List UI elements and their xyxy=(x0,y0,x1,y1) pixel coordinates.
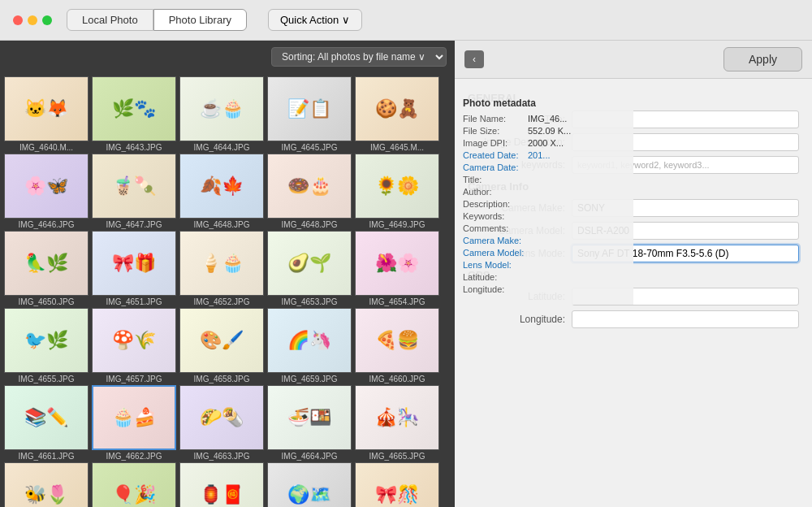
meta-filename-row: File Name: IMG_46... xyxy=(463,114,625,124)
photo-thumb: 🌻🌼 xyxy=(355,154,439,219)
photo-thumb-inner: 🎪🎠 xyxy=(356,386,438,449)
longitude-row: Longitude: xyxy=(468,310,799,328)
photo-cell[interactable]: 🏮🧧IMG_4670.JPG xyxy=(179,462,265,507)
minimize-button[interactable] xyxy=(28,15,37,25)
photo-label: IMG_4653.JPG xyxy=(266,297,352,306)
quick-action-button[interactable]: Quick Action ∨ xyxy=(268,9,362,31)
sort-select[interactable]: Sorting: All photos by file name ∨ xyxy=(271,47,447,67)
photo-thumb-inner: 🌮🌯 xyxy=(180,386,263,449)
meta-filesize-value: 552.09 K... xyxy=(528,126,625,136)
maximize-button[interactable] xyxy=(42,15,52,25)
photo-cell[interactable]: 🌈🦄IMG_4659.JPG xyxy=(266,308,352,384)
meta-comments-row: Comments: xyxy=(463,223,625,233)
photo-label: IMG_4640.M... xyxy=(3,143,89,152)
photo-label: IMG_4657.JPG xyxy=(91,375,177,384)
photo-label: IMG_4644.JPG xyxy=(179,143,265,152)
photo-label: IMG_4655.JPG xyxy=(3,375,89,384)
photo-grid-scroll[interactable]: 🐱🦊IMG_4640.M...🌿🐾IMG_4643.JPG☕🧁IMG_4644.… xyxy=(0,73,455,507)
photo-label: IMG_4648.JPG xyxy=(266,220,352,229)
photo-cell[interactable]: 🍩🎂IMG_4648.JPG xyxy=(266,154,352,229)
tab-local-photo[interactable]: Local Photo xyxy=(67,9,153,31)
tab-photo-library[interactable]: Photo Library xyxy=(153,9,247,31)
titlebar: Local Photo Photo Library Quick Action ∨ xyxy=(0,0,812,41)
photo-cell[interactable]: 🍜🍱IMG_4664.JPG xyxy=(266,385,352,461)
meta-created-value: 201... xyxy=(528,150,625,160)
traffic-lights xyxy=(13,15,52,25)
meta-camdate-label: Camera Date: xyxy=(463,162,528,172)
photo-cell[interactable]: 🧋🍡IMG_4647.JPG xyxy=(91,154,177,229)
photo-grid-panel: Sorting: All photos by file name ∨ 🐱🦊IMG… xyxy=(0,41,455,507)
photo-thumb-inner: 🌍🗺️ xyxy=(268,463,351,507)
photo-cell[interactable]: 🌸🦋IMG_4646.JPG xyxy=(3,154,89,229)
photo-cell[interactable]: 🎈🎉IMG_4669.JPG xyxy=(91,462,177,507)
photo-label: IMG_4652.JPG xyxy=(179,297,265,306)
photo-cell[interactable]: 🌮🌯IMG_4663.JPG xyxy=(179,385,265,461)
photo-cell[interactable]: 🍂🍁IMG_4648.JPG xyxy=(179,154,265,229)
meta-lens-row: Lens Model: xyxy=(463,260,625,270)
photo-cell[interactable]: 🦜🌿IMG_4650.JPG xyxy=(3,231,89,306)
photo-cell[interactable]: 🥑🌱IMG_4653.JPG xyxy=(266,231,352,306)
photo-cell[interactable]: 🍄🌾IMG_4657.JPG xyxy=(91,308,177,384)
back-button[interactable]: ‹ xyxy=(464,50,484,68)
photo-thumb: 📚✏️ xyxy=(4,385,89,450)
photo-cell[interactable]: 🌺🌸IMG_4654.JPG xyxy=(354,231,440,306)
photo-cell[interactable]: 🌿🐾IMG_4643.JPG xyxy=(91,76,177,152)
photo-cell[interactable]: 🍦🧁IMG_4652.JPG xyxy=(179,231,265,306)
photo-thumb: 🎈🎉 xyxy=(92,462,176,507)
meta-dpi-value: 2000 X... xyxy=(528,138,625,148)
photo-cell[interactable]: 🌍🗺️IMG_4671.JPG xyxy=(266,462,352,507)
main-area: Sorting: All photos by file name ∨ 🐱🦊IMG… xyxy=(0,41,812,507)
photo-thumb: 🌺🌸 xyxy=(355,231,439,296)
photo-cell[interactable]: ☕🧁IMG_4644.JPG xyxy=(179,76,265,152)
photo-thumb-inner: 🎨🖌️ xyxy=(180,309,263,372)
meta-desc-label: Description: xyxy=(463,199,528,209)
photo-thumb-inner: 🥑🌱 xyxy=(268,232,351,295)
photo-thumb-inner: 🍂🍁 xyxy=(180,154,263,218)
right-panel: Photo metadata File Name: IMG_46... File… xyxy=(455,41,812,507)
photo-cell[interactable]: 🍪🧸IMG_4645.M... xyxy=(354,76,440,152)
photo-cell[interactable]: 🍕🍔IMG_4660.JPG xyxy=(354,308,440,384)
photo-thumb-inner: 🍩🎂 xyxy=(268,154,351,218)
photo-thumb-inner: 🐱🦊 xyxy=(5,77,88,141)
photo-cell[interactable]: 📚✏️IMG_4661.JPG xyxy=(3,385,89,461)
meta-lat2-row: Latitude: xyxy=(463,272,625,282)
apply-button[interactable]: Apply xyxy=(723,47,802,72)
meta-comments-label: Comments: xyxy=(463,223,528,233)
meta-created-label: Created Date: xyxy=(463,150,528,160)
photo-thumb: 🦜🌿 xyxy=(4,231,89,296)
photo-cell[interactable]: 📝📋IMG_4645.JPG xyxy=(266,76,352,152)
meta-filename-label: File Name: xyxy=(463,114,528,124)
photo-cell[interactable]: 🌻🌼IMG_4649.JPG xyxy=(354,154,440,229)
photo-thumb-inner: 🏮🧧 xyxy=(180,463,263,507)
meta-lat2-label: Latitude: xyxy=(463,272,528,282)
photo-thumb: 🏮🧧 xyxy=(179,462,264,507)
photo-label: IMG_4651.JPG xyxy=(91,297,177,306)
longitude-input[interactable] xyxy=(572,310,799,328)
photo-thumb: 🧁🍰 xyxy=(92,385,176,450)
photo-thumb-inner: 🎈🎉 xyxy=(93,463,175,507)
photo-label: IMG_4661.JPG xyxy=(3,452,89,461)
meta-author-label: Author: xyxy=(463,187,528,197)
photo-label: IMG_4660.JPG xyxy=(354,375,440,384)
photo-cell[interactable]: 🧁🍰IMG_4662.JPG xyxy=(91,385,177,461)
photo-row: 📚✏️IMG_4661.JPG🧁🍰IMG_4662.JPG🌮🌯IMG_4663.… xyxy=(3,385,451,461)
photo-cell[interactable]: 🐝🌷IMG_4667.JPG xyxy=(3,462,89,507)
close-button[interactable] xyxy=(13,15,23,25)
photo-thumb: 🐦🌿 xyxy=(4,308,89,373)
photo-label: IMG_4649.JPG xyxy=(354,220,440,229)
photo-thumb-inner: 🎀🎁 xyxy=(93,232,175,295)
sort-bar: Sorting: All photos by file name ∨ xyxy=(0,41,455,73)
photo-thumb-inner: 🍦🧁 xyxy=(180,232,263,295)
photo-cell[interactable]: 🎀🎁IMG_4651.JPG xyxy=(91,231,177,306)
photo-label: IMG_4646.JPG xyxy=(3,220,89,229)
photo-thumb-inner: 🍜🍱 xyxy=(268,386,351,449)
photo-cell[interactable]: 🐦🌿IMG_4655.JPG xyxy=(3,308,89,384)
photo-label: IMG_4645.M... xyxy=(354,143,440,152)
photo-cell[interactable]: 🐱🦊IMG_4640.M... xyxy=(3,76,89,152)
photo-cell[interactable]: 🎪🎠IMG_4665.JPG xyxy=(354,385,440,461)
photo-cell[interactable]: 🎨🖌️IMG_4658.JPG xyxy=(179,308,265,384)
photo-thumb: 🌿🐾 xyxy=(92,76,176,141)
photo-thumb-inner: 🧋🍡 xyxy=(93,154,175,218)
photo-cell[interactable]: 🎀🎊IMG_4672.JPG xyxy=(354,462,440,507)
tab-group: Local Photo Photo Library xyxy=(67,9,247,31)
